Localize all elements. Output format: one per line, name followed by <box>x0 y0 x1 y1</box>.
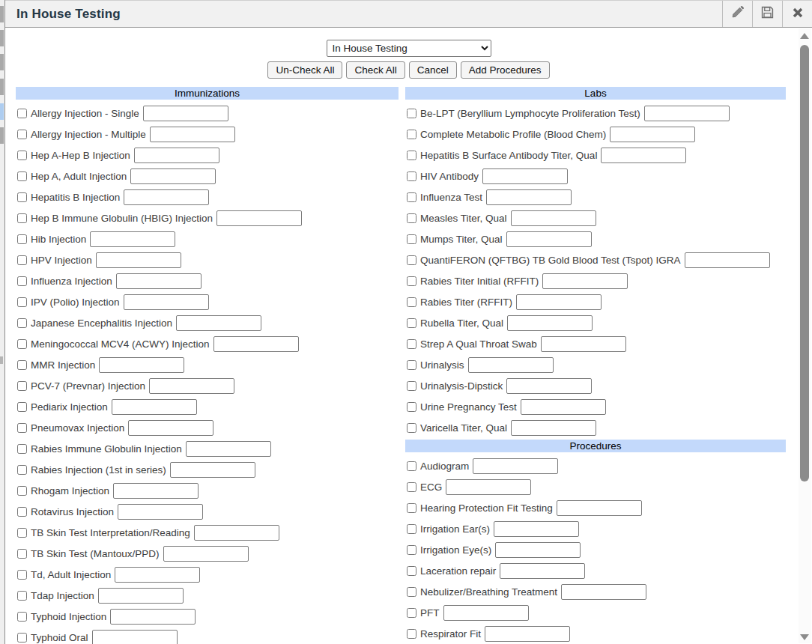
test-item-checkbox[interactable] <box>407 381 416 391</box>
test-item-value-input[interactable] <box>112 399 197 415</box>
category-select[interactable]: In House Testing <box>327 40 491 57</box>
test-item-value-input[interactable] <box>98 588 184 604</box>
test-item-value-input[interactable] <box>601 148 686 163</box>
test-item-value-input[interactable] <box>557 500 642 516</box>
test-item-value-input[interactable] <box>507 315 593 331</box>
test-item-checkbox[interactable] <box>407 171 416 181</box>
test-item-checkbox[interactable] <box>407 234 416 244</box>
test-item-checkbox[interactable] <box>407 151 416 160</box>
test-item-value-input[interactable] <box>149 378 234 394</box>
test-item-value-input[interactable] <box>468 357 554 373</box>
test-item-checkbox[interactable] <box>407 402 416 412</box>
test-item-checkbox[interactable] <box>407 587 416 597</box>
test-item-value-input[interactable] <box>482 168 568 184</box>
test-item-checkbox[interactable] <box>407 524 416 534</box>
test-item-value-input[interactable] <box>213 336 299 352</box>
test-item-checkbox[interactable] <box>407 545 416 555</box>
test-item-value-input[interactable] <box>186 441 271 457</box>
test-item-value-input[interactable] <box>96 252 181 268</box>
test-item-value-input[interactable] <box>170 462 255 478</box>
test-item-value-input[interactable] <box>485 626 570 642</box>
test-item-value-input[interactable] <box>194 525 279 541</box>
test-item-checkbox[interactable] <box>17 570 27 580</box>
test-item-checkbox[interactable] <box>407 339 416 349</box>
test-item-value-input[interactable] <box>521 399 606 415</box>
test-item-checkbox[interactable] <box>17 234 27 244</box>
test-item-checkbox[interactable] <box>407 423 416 433</box>
save-button[interactable] <box>752 1 782 27</box>
scrollbar-thumb[interactable] <box>800 45 809 482</box>
test-item-checkbox[interactable] <box>407 109 416 118</box>
test-item-value-input[interactable] <box>115 567 200 583</box>
test-item-checkbox[interactable] <box>17 318 27 328</box>
test-item-value-input[interactable] <box>516 294 602 310</box>
test-item-checkbox[interactable] <box>407 608 416 618</box>
test-item-value-input[interactable] <box>110 609 196 625</box>
test-item-checkbox[interactable] <box>17 633 27 643</box>
test-item-checkbox[interactable] <box>407 360 416 370</box>
test-item-value-input[interactable] <box>113 483 199 499</box>
test-item-checkbox[interactable] <box>17 171 27 181</box>
edit-button[interactable] <box>722 1 752 27</box>
test-item-value-input[interactable] <box>473 458 558 474</box>
test-item-value-input[interactable] <box>506 231 592 247</box>
test-item-value-input[interactable] <box>118 504 203 520</box>
test-item-value-input[interactable] <box>443 605 529 621</box>
test-item-checkbox[interactable] <box>17 591 27 601</box>
test-item-value-input[interactable] <box>92 630 178 644</box>
test-item-value-input[interactable] <box>500 563 585 579</box>
test-item-value-input[interactable] <box>446 479 531 495</box>
test-item-value-input[interactable] <box>542 273 628 289</box>
uncheck-all-button[interactable]: Un-Check All <box>267 61 342 79</box>
test-item-value-input[interactable] <box>116 273 202 289</box>
test-item-checkbox[interactable] <box>17 130 27 139</box>
test-item-checkbox[interactable] <box>407 318 416 328</box>
test-item-value-input[interactable] <box>163 546 249 562</box>
test-item-value-input[interactable] <box>128 420 213 436</box>
test-item-checkbox[interactable] <box>17 276 27 286</box>
test-item-checkbox[interactable] <box>17 423 27 433</box>
test-item-checkbox[interactable] <box>407 503 416 513</box>
test-item-checkbox[interactable] <box>407 482 416 492</box>
scroll-down-arrow-icon[interactable] <box>800 634 809 640</box>
test-item-value-input[interactable] <box>150 127 235 142</box>
test-item-value-input[interactable] <box>541 336 626 352</box>
test-item-value-input[interactable] <box>685 252 770 268</box>
test-item-checkbox[interactable] <box>17 109 27 118</box>
cancel-button[interactable]: Cancel <box>409 61 457 79</box>
test-item-checkbox[interactable] <box>17 192 27 202</box>
test-item-value-input[interactable] <box>486 189 572 205</box>
test-item-value-input[interactable] <box>610 127 695 142</box>
test-item-value-input[interactable] <box>176 315 261 331</box>
add-procedures-button[interactable]: Add Procedures <box>461 61 550 79</box>
test-item-checkbox[interactable] <box>17 151 27 160</box>
test-item-value-input[interactable] <box>99 357 184 373</box>
test-item-value-input[interactable] <box>124 189 209 205</box>
test-item-checkbox[interactable] <box>17 549 27 559</box>
test-item-checkbox[interactable] <box>407 276 416 286</box>
test-item-value-input[interactable] <box>561 584 646 600</box>
test-item-value-input[interactable] <box>511 420 596 436</box>
scroll-up-arrow-icon[interactable] <box>800 33 809 39</box>
test-item-value-input[interactable] <box>216 210 302 226</box>
test-item-value-input[interactable] <box>124 294 209 310</box>
test-item-checkbox[interactable] <box>407 461 416 471</box>
test-item-value-input[interactable] <box>495 542 581 558</box>
test-item-checkbox[interactable] <box>407 297 416 307</box>
test-item-checkbox[interactable] <box>407 130 416 139</box>
test-item-checkbox[interactable] <box>17 360 27 370</box>
test-item-checkbox[interactable] <box>17 465 27 475</box>
test-item-checkbox[interactable] <box>17 213 27 223</box>
test-item-checkbox[interactable] <box>407 629 416 639</box>
test-item-value-input[interactable] <box>134 148 219 163</box>
test-item-checkbox[interactable] <box>17 255 27 265</box>
test-item-checkbox[interactable] <box>17 486 27 496</box>
test-item-checkbox[interactable] <box>17 528 27 538</box>
test-item-value-input[interactable] <box>644 106 730 121</box>
test-item-checkbox[interactable] <box>17 507 27 517</box>
test-item-checkbox[interactable] <box>17 402 27 412</box>
test-item-checkbox[interactable] <box>17 339 27 349</box>
test-item-value-input[interactable] <box>511 210 596 226</box>
test-item-value-input[interactable] <box>143 106 228 121</box>
test-item-value-input[interactable] <box>90 231 175 247</box>
